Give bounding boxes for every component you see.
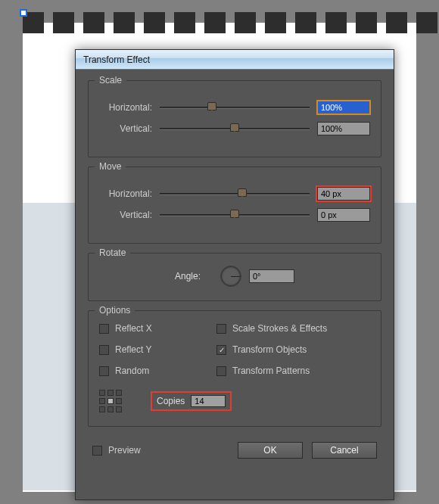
scale-vertical-label: Vertical:: [99, 123, 152, 134]
checkbox-icon: [99, 366, 109, 376]
scale-group: Scale Horizontal: 100% Vertical: 100%: [88, 80, 381, 157]
scale-strokes-checkbox[interactable]: Scale Strokes & Effects: [216, 323, 370, 334]
copies-value[interactable]: 14: [191, 395, 226, 407]
reflect-y-label: Reflect Y: [115, 344, 151, 355]
transform-objects-checkbox[interactable]: Transform Objects: [216, 344, 370, 355]
transform-effect-dialog: Transform Effect Scale Horizontal: 100% …: [75, 49, 394, 500]
random-checkbox[interactable]: Random: [99, 366, 209, 376]
checkbox-icon: [99, 324, 109, 334]
cancel-button[interactable]: Cancel: [312, 442, 377, 459]
move-vertical-slider[interactable]: [160, 210, 310, 220]
move-horizontal-value[interactable]: 40 px: [317, 187, 370, 201]
scale-horizontal-slider[interactable]: [160, 102, 310, 113]
reflect-x-label: Reflect X: [115, 323, 152, 334]
move-horizontal-row: Horizontal: 40 px: [99, 187, 370, 201]
move-vertical-label: Vertical:: [99, 210, 152, 220]
rotate-legend: Rotate: [95, 247, 130, 258]
reflect-x-checkbox[interactable]: Reflect X: [99, 323, 209, 334]
scale-horizontal-row: Horizontal: 100%: [99, 101, 370, 114]
move-vertical-value[interactable]: 0 px: [317, 208, 370, 222]
scale-vertical-slider[interactable]: [160, 123, 310, 134]
artwork-squares: [23, 12, 437, 33]
move-group: Move Horizontal: 40 px Vertical: 0 px: [88, 166, 381, 244]
scale-horizontal-label: Horizontal:: [99, 102, 152, 113]
preview-label: Preview: [108, 445, 141, 456]
anchor-point-grid[interactable]: [99, 390, 122, 412]
rotate-row: Angle: 0°: [99, 266, 370, 287]
rotate-group: Rotate Angle: 0°: [88, 253, 381, 301]
options-group: Options Reflect X Scale Strokes & Effect…: [88, 310, 381, 427]
move-legend: Move: [95, 161, 126, 172]
transform-patterns-checkbox[interactable]: Transform Patterns: [216, 366, 370, 376]
copies-label: Copies: [157, 396, 185, 406]
dialog-content: Scale Horizontal: 100% Vertical: 100% Mo…: [76, 70, 394, 468]
copies-row: Copies 14: [152, 393, 230, 409]
random-label: Random: [115, 366, 149, 376]
move-horizontal-slider[interactable]: [160, 188, 310, 199]
scale-legend: Scale: [95, 75, 126, 86]
selection-handle[interactable]: [20, 9, 27, 17]
transform-objects-label: Transform Objects: [232, 344, 307, 355]
checkbox-icon: [216, 324, 226, 334]
dialog-titlebar[interactable]: Transform Effect: [76, 50, 394, 70]
scale-horizontal-value[interactable]: 100%: [317, 101, 370, 114]
move-horizontal-label: Horizontal:: [99, 188, 152, 199]
preview-checkbox[interactable]: Preview: [92, 445, 141, 456]
checkbox-icon: [216, 366, 226, 376]
scale-vertical-value[interactable]: 100%: [317, 122, 370, 135]
rotate-angle-value[interactable]: 0°: [249, 269, 294, 283]
options-legend: Options: [95, 305, 135, 316]
move-vertical-row: Vertical: 0 px: [99, 208, 370, 222]
checkbox-icon: [216, 345, 226, 355]
scale-vertical-row: Vertical: 100%: [99, 122, 370, 135]
dialog-title: Transform Effect: [83, 54, 150, 65]
rotate-angle-label: Angle:: [175, 271, 213, 282]
reflect-y-checkbox[interactable]: Reflect Y: [99, 344, 209, 355]
transform-patterns-label: Transform Patterns: [232, 366, 310, 376]
dialog-bottom: Preview OK Cancel: [88, 436, 381, 460]
angle-wheel[interactable]: [220, 266, 241, 287]
scale-strokes-label: Scale Strokes & Effects: [232, 323, 327, 334]
ok-button[interactable]: OK: [238, 442, 303, 459]
checkbox-icon: [92, 446, 102, 456]
checkbox-icon: [99, 345, 109, 355]
